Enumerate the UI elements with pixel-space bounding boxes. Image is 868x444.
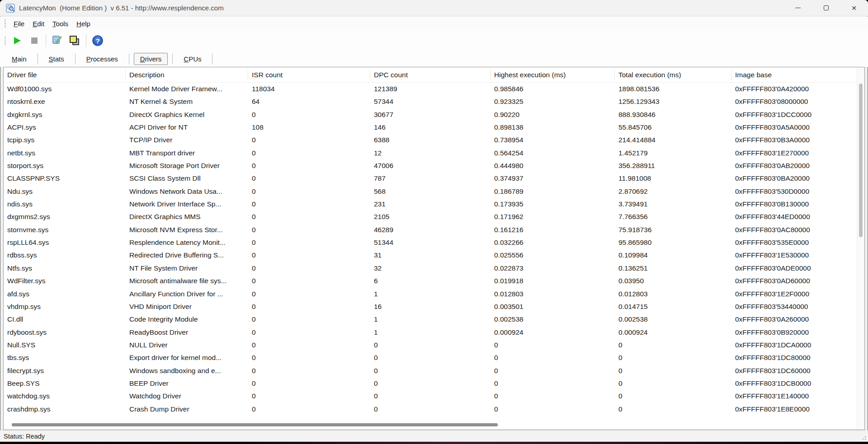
report-options-button[interactable] xyxy=(50,33,65,48)
vertical-scrollbar-thumb[interactable] xyxy=(859,84,863,237)
cell-driver_file: ACPI.sys xyxy=(4,121,126,134)
cell-total_execution_ms: 95.865980 xyxy=(615,236,731,249)
horizontal-scrollbar[interactable] xyxy=(4,421,849,428)
cell-description: Windows sandboxing and e... xyxy=(126,365,248,377)
cell-total_execution_ms: 0.136251 xyxy=(615,262,731,275)
table-row[interactable]: tbs.sysExport driver for kernel mod...00… xyxy=(4,351,857,364)
cell-image_base: 0xFFFFF803'0AC80000 xyxy=(731,224,857,236)
table-row[interactable]: Wdf01000.sysKernel Mode Driver Framew...… xyxy=(4,83,857,95)
cell-dpc_count: 46289 xyxy=(370,224,491,236)
cell-image_base: 0xFFFFF803'0AB20000 xyxy=(731,159,857,172)
cell-dpc_count: 0 xyxy=(370,365,491,377)
cell-description: ACPI Driver for NT xyxy=(126,121,248,134)
play-icon xyxy=(12,36,22,46)
cell-highest_execution_ms: 0.012803 xyxy=(491,288,615,300)
cell-driver_file: storport.sys xyxy=(4,159,126,172)
menu-file[interactable]: File xyxy=(9,18,28,29)
cell-total_execution_ms: 0 xyxy=(615,365,731,377)
cell-description: Microsoft Storage Port Driver xyxy=(126,159,248,172)
close-button[interactable]: ✕ xyxy=(840,0,868,16)
col-driver-file[interactable]: Driver file xyxy=(4,70,126,80)
help-button[interactable]: ? xyxy=(90,33,105,48)
cell-total_execution_ms: 0.03950 xyxy=(615,275,731,287)
table-row[interactable]: Null.SYSNULL Driver00000xFFFFF803'1DCA00… xyxy=(4,339,857,351)
tab-processes[interactable]: Processes xyxy=(80,53,124,65)
table-row[interactable]: rdbss.sysRedirected Drive Buffering S...… xyxy=(4,249,857,262)
cell-description: Code Integrity Module xyxy=(126,313,248,326)
table-row[interactable]: Ntfs.sysNT File System Driver0320.022873… xyxy=(4,262,857,275)
cell-driver_file: stornvme.sys xyxy=(4,224,126,236)
menu-tools[interactable]: Tools xyxy=(48,18,72,29)
table-row[interactable]: ntoskrnl.exeNT Kernel & System64573440.9… xyxy=(4,95,857,108)
cell-isr_count: 0 xyxy=(248,326,370,339)
cell-isr_count: 0 xyxy=(248,275,370,287)
cell-driver_file: WdFilter.sys xyxy=(4,275,126,287)
cell-isr_count: 0 xyxy=(248,172,370,185)
cell-dpc_count: 57344 xyxy=(370,95,491,108)
table-row[interactable]: WdFilter.sysMicrosoft antimalware file s… xyxy=(4,275,857,287)
tab-stats[interactable]: Stats xyxy=(42,53,71,65)
minimize-button[interactable] xyxy=(784,0,812,16)
resize-grip[interactable] xyxy=(860,434,867,440)
table-row[interactable]: dxgkrnl.sysDirectX Graphics Kernel030677… xyxy=(4,108,857,121)
table-row[interactable]: CI.dllCode Integrity Module010.0025380.0… xyxy=(4,313,857,326)
cell-image_base: 0xFFFFF803'0BA20000 xyxy=(731,172,857,185)
table-row[interactable]: watchdog.sysWatchdog Driver00000xFFFFF80… xyxy=(4,390,857,402)
table-row[interactable]: filecrypt.sysWindows sandboxing and e...… xyxy=(4,365,857,377)
table-row[interactable]: Beep.SYSBEEP Driver00000xFFFFF803'1DCB00… xyxy=(4,377,857,390)
cell-driver_file: rspLLL64.sys xyxy=(4,236,126,249)
menu-bar: File Edit Tools Help xyxy=(0,17,868,30)
tab-drivers[interactable]: Drivers xyxy=(134,53,168,65)
tab-main[interactable]: Main xyxy=(5,53,33,65)
menu-help[interactable]: Help xyxy=(72,18,94,29)
tab-separator xyxy=(38,53,38,64)
stop-icon xyxy=(29,36,39,46)
col-description[interactable]: Description xyxy=(126,70,248,80)
cell-description: BEEP Driver xyxy=(126,377,248,390)
vertical-scrollbar[interactable] xyxy=(857,67,864,430)
table-row[interactable]: storport.sysMicrosoft Storage Port Drive… xyxy=(4,159,857,172)
start-monitoring-button[interactable] xyxy=(9,33,25,48)
table-row[interactable]: ACPI.sysACPI Driver for NT1081460.898138… xyxy=(4,121,857,134)
col-highest-execution[interactable]: Highest execution (ms) xyxy=(491,70,615,80)
table-row[interactable]: stornvme.sysMicrosoft NVM Express Stor..… xyxy=(4,224,857,236)
cell-dpc_count: 1 xyxy=(370,326,491,339)
col-isr-count[interactable]: ISR count xyxy=(248,70,370,80)
table-row[interactable]: crashdmp.sysCrash Dump Driver00000xFFFFF… xyxy=(4,403,857,416)
tab-cpus[interactable]: CPUs xyxy=(177,53,208,65)
table-row[interactable]: afd.sysAncillary Function Driver for ...… xyxy=(4,288,857,300)
cell-isr_count: 0 xyxy=(248,262,370,275)
table-row[interactable]: rdyboost.sysReadyBoost Driver010.0009240… xyxy=(4,326,857,339)
table-row[interactable]: netbt.sysMBT Transport driver0120.564254… xyxy=(4,147,857,159)
menu-edit[interactable]: Edit xyxy=(28,18,48,29)
minimize-icon xyxy=(795,8,801,8)
cell-dpc_count: 121389 xyxy=(370,83,491,95)
col-image-base[interactable]: Image base xyxy=(731,70,857,80)
copy-report-button[interactable] xyxy=(67,33,82,48)
table-row[interactable]: tcpip.sysTCP/IP Driver063880.738954214.4… xyxy=(4,134,857,146)
table-row[interactable]: vhdmp.sysVHD Miniport Driver0160.0035010… xyxy=(4,300,857,313)
table-row[interactable]: CLASSPNP.SYSSCSI Class System Dll07870.3… xyxy=(4,172,857,185)
stop-monitoring-button[interactable] xyxy=(27,33,42,48)
cell-total_execution_ms: 0 xyxy=(615,351,731,364)
cell-total_execution_ms: 1.452179 xyxy=(615,147,731,159)
title-bar[interactable]: LatencyMon (Home Edition ) v 6.51 - http… xyxy=(0,0,868,16)
table-row[interactable]: Ndu.sysWindows Network Data Usa...05680.… xyxy=(4,185,857,198)
cell-driver_file: ntoskrnl.exe xyxy=(4,95,126,108)
maximize-button[interactable] xyxy=(812,0,840,16)
cell-isr_count: 0 xyxy=(248,365,370,377)
cell-isr_count: 0 xyxy=(248,351,370,364)
table-row[interactable]: ndis.sysNetwork Driver Interface Sp...02… xyxy=(4,198,857,210)
cell-image_base: 0xFFFFF803'0A420000 xyxy=(731,83,857,95)
table-row[interactable]: rspLLL64.sysResplendence Latency Monit..… xyxy=(4,236,857,249)
table-row[interactable]: dxgmms2.sysDirectX Graphics MMS021050.17… xyxy=(4,210,857,223)
cell-isr_count: 0 xyxy=(248,313,370,326)
horizontal-scrollbar-thumb[interactable] xyxy=(12,423,498,426)
cell-description: DirectX Graphics Kernel xyxy=(126,108,248,121)
cell-dpc_count: 0 xyxy=(370,403,491,416)
cell-isr_count: 0 xyxy=(248,249,370,262)
cell-highest_execution_ms: 0.564254 xyxy=(491,147,615,159)
col-total-execution[interactable]: Total execution (ms) xyxy=(615,70,731,80)
cell-highest_execution_ms: 0.161216 xyxy=(491,224,615,236)
col-dpc-count[interactable]: DPC count xyxy=(370,70,491,80)
